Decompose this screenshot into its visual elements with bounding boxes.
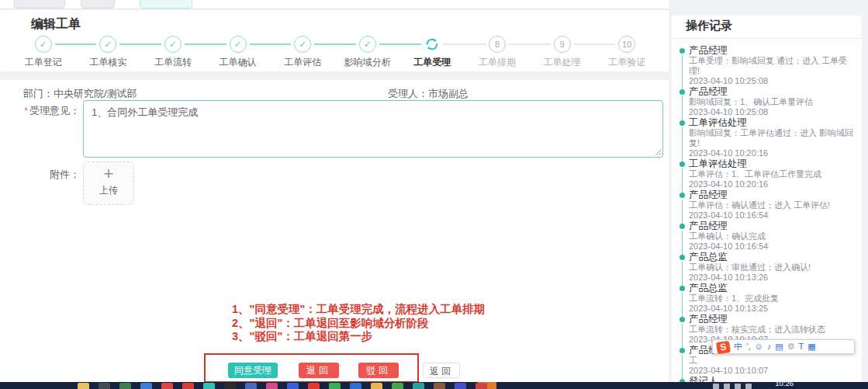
log-entry-role: 产品经理 bbox=[689, 86, 857, 97]
timeline-dot-icon bbox=[680, 286, 685, 291]
taskbar-app-icon[interactable] bbox=[119, 383, 131, 389]
step-loading-circle bbox=[424, 36, 441, 53]
sogou-logo[interactable]: S bbox=[716, 340, 731, 353]
taskbar-app-icon[interactable] bbox=[475, 383, 487, 389]
resize-handle-icon[interactable] bbox=[655, 149, 662, 156]
voice-icon[interactable]: ♪ bbox=[767, 340, 772, 353]
taskbar-app-icon[interactable] bbox=[266, 383, 278, 389]
taskbar-clock: 10:26 bbox=[775, 379, 794, 387]
log-entry-content: 工单流转：核实完成；进入流转状态 bbox=[689, 325, 857, 335]
department-value: 中央研究院/测试部 bbox=[54, 88, 137, 99]
log-entry-content: 工单确认：审批通过；进入确认! bbox=[689, 262, 857, 273]
log-entry-content: 工单流转：1、完成批复 bbox=[689, 293, 857, 304]
tools-icon[interactable]: ⚙ bbox=[787, 340, 795, 353]
taskbar-app-icon[interactable] bbox=[203, 383, 215, 389]
opinion-textarea[interactable]: 1、合同外工单受理完成 bbox=[83, 100, 663, 158]
stepper-step-8: 8工单排期 bbox=[465, 35, 530, 69]
plus-icon: + bbox=[84, 162, 133, 186]
log-entry-role: 工单评估处理 bbox=[689, 158, 857, 169]
log-entry-time: 2023-04-10 10:16:54 bbox=[689, 241, 857, 252]
step-label: 工单处理 bbox=[530, 56, 595, 69]
log-entry: 产品总监工单流转：1、完成批复2023-04-10 10:13:25 bbox=[678, 283, 857, 314]
reject-button[interactable]: 驳回 bbox=[358, 363, 399, 378]
step-connector bbox=[335, 43, 356, 45]
log-entry-time: 2023-04-10 10:25:08 bbox=[689, 107, 857, 117]
step-connector bbox=[530, 43, 551, 45]
toolbox-icon[interactable]: ▦ bbox=[807, 340, 815, 353]
department-field: 部门：中央研究院/测试部 bbox=[23, 87, 137, 101]
taskbar-app-icon[interactable] bbox=[161, 383, 173, 389]
taskbar-app-icon[interactable] bbox=[308, 383, 320, 389]
taskbar-app-icon[interactable] bbox=[350, 383, 361, 389]
operation-log-list: 产品经理工单受理：影响域回复 通过；进入 工单受理!2023-04-10 10:… bbox=[672, 39, 862, 389]
taskbar-app-icon[interactable] bbox=[392, 383, 403, 389]
step-check-icon: ✓ bbox=[359, 36, 376, 53]
opinion-label: *受理意见： bbox=[0, 104, 80, 118]
tab-chip[interactable] bbox=[14, 0, 65, 9]
emoji-icon[interactable]: ☺ bbox=[755, 340, 763, 353]
acceptor-value: 市场副总 bbox=[428, 88, 469, 99]
taskbar-app-icon[interactable] bbox=[455, 383, 466, 389]
step-connector bbox=[509, 43, 530, 45]
header-card: 编辑工单 ✓工单登记✓工单核实✓工单流转✓工单确认✓工单评估✓影响域分析工单受理… bbox=[0, 10, 669, 71]
agree-accept-button[interactable]: 同意受理 bbox=[228, 363, 278, 378]
form-card: 部门：中央研究院/测试部 受理人：市场副总 *受理意见： 1、合同外工单受理完成… bbox=[0, 80, 669, 382]
timeline-dot-icon bbox=[680, 317, 685, 322]
taskbar-app-icon[interactable] bbox=[245, 383, 257, 389]
tab-chip-active[interactable] bbox=[140, 0, 192, 9]
back-button[interactable]: 返回 bbox=[423, 363, 460, 378]
action-button-row: 同意受理 退回 驳回 返回 bbox=[0, 363, 669, 380]
taskbar-app-icon[interactable] bbox=[329, 383, 341, 389]
send-back-button[interactable]: 退回 bbox=[299, 363, 339, 378]
ime-toolbar: S中’,☺♪▤⚙T▦ bbox=[712, 339, 855, 354]
timeline-dot-icon bbox=[680, 162, 685, 167]
systray-icon[interactable] bbox=[724, 384, 730, 389]
upload-label: 上传 bbox=[84, 184, 133, 197]
systray-icon[interactable] bbox=[745, 384, 752, 389]
timeline-dot-icon bbox=[680, 193, 685, 198]
taskbar-app-icon[interactable] bbox=[99, 383, 110, 389]
log-entry-role: 产品总监 bbox=[689, 252, 857, 262]
step-check-icon: ✓ bbox=[230, 36, 247, 53]
annotation-line: 3、"驳回"：工单退回第一步 bbox=[232, 330, 485, 344]
upload-button[interactable]: + 上传 bbox=[83, 162, 134, 205]
step-label: 工单排期 bbox=[465, 56, 530, 69]
taskbar-app-icon[interactable] bbox=[287, 383, 299, 389]
taskbar-app-icon[interactable] bbox=[182, 383, 194, 389]
step-check-icon: ✓ bbox=[164, 36, 182, 53]
log-entry: 产品经理影响域回复：1、确认工单量评估2023-04-10 10:25:08 bbox=[678, 86, 857, 117]
step-connector bbox=[185, 43, 206, 45]
keyboard-icon[interactable]: ▤ bbox=[775, 340, 783, 353]
step-label: 工单验证 bbox=[594, 56, 659, 69]
tab-chip[interactable] bbox=[81, 0, 115, 9]
stepper-step-6: ✓影响域分析 bbox=[335, 35, 400, 69]
stepper-step-2: ✓工单核实 bbox=[76, 35, 141, 69]
taskbar-app-icon[interactable] bbox=[78, 383, 89, 389]
systray-icon[interactable] bbox=[713, 384, 719, 389]
step-connector bbox=[270, 43, 291, 45]
log-entry-content: 工单受理：影响域回复 通过；进入 工单受理! bbox=[689, 56, 857, 76]
taskbar-app-icon[interactable] bbox=[224, 383, 236, 389]
taskbar-app-icon[interactable] bbox=[140, 383, 152, 389]
step-connector bbox=[55, 43, 76, 45]
chinese-mode-icon[interactable]: 中 bbox=[734, 340, 742, 353]
taskbar-app-icon[interactable] bbox=[371, 383, 382, 389]
log-entry: 产品经理工单评估：确认通过；进入 工单评估!2023-04-10 10:16:5… bbox=[678, 189, 857, 221]
top-tab-strip bbox=[0, 0, 669, 9]
skin-icon[interactable]: T bbox=[799, 340, 804, 353]
log-entry-content: 工单确认：确认完成 bbox=[689, 231, 857, 241]
taskbar-app-icon[interactable] bbox=[434, 383, 445, 389]
step-connector bbox=[379, 43, 400, 45]
step-connector bbox=[206, 43, 227, 45]
systray-icon[interactable] bbox=[735, 384, 741, 389]
taskbar: 10:26 bbox=[0, 382, 868, 389]
step-check-icon: ✓ bbox=[35, 36, 52, 53]
taskbar-app-icon[interactable] bbox=[413, 383, 424, 389]
acceptor-field: 受理人：市场副总 bbox=[388, 87, 469, 101]
punctuation-icon[interactable]: ’, bbox=[746, 340, 751, 353]
red-annotation-text: 1、"同意受理"：工单受理完成，流程进入工单排期 2、"退回"：工单退回至影响域… bbox=[232, 303, 485, 344]
log-entry-time: 2023-04-10 10:25:08 bbox=[689, 76, 857, 86]
step-connector bbox=[250, 43, 271, 45]
step-check-icon: ✓ bbox=[294, 36, 311, 53]
log-entry-time: 2023-04-10 10:13:25 bbox=[689, 304, 857, 314]
